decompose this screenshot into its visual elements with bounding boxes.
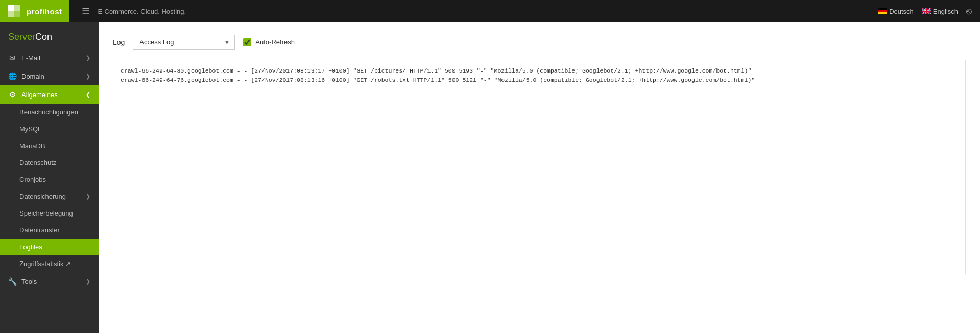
- log-output: crawl-66-249-64-80.googlebot.com - - [27…: [113, 60, 966, 274]
- top-header: profihost ☰ E-Commerce. Cloud. Hosting. …: [0, 0, 980, 22]
- main-layout: ServerCon ✉ E-Mail ❯ 🌐 Domain ❯ ⚙ Allgem…: [0, 22, 980, 333]
- domain-icon: 🌐: [8, 72, 16, 80]
- datensicherung-chevron-icon: ❯: [86, 193, 90, 200]
- sidebar-item-datentransfer[interactable]: Datentransfer: [0, 222, 99, 239]
- sidebar-item-domain[interactable]: 🌐 Domain ❯: [0, 67, 99, 85]
- svg-rect-0: [8, 5, 14, 11]
- allgemeines-chevron-icon: ❮: [86, 91, 90, 98]
- sidebar-item-email[interactable]: ✉ E-Mail ❯: [0, 49, 99, 67]
- german-flag-icon: [878, 8, 887, 14]
- log-select-wrapper: Access Log Error Log PHP Error Log ▼: [133, 35, 235, 50]
- svg-rect-6: [878, 12, 887, 14]
- auto-refresh-label: Auto-Refresh: [255, 38, 295, 46]
- sidebar-item-tools[interactable]: 🔧 Tools ❯: [0, 272, 99, 291]
- logo-text: profihost: [27, 7, 62, 16]
- sidebar-item-cronjobs[interactable]: Cronjobs: [0, 171, 99, 188]
- sidebar-item-logfiles[interactable]: Logfiles: [0, 239, 99, 255]
- svg-rect-5: [878, 10, 887, 12]
- sidebar-brand: ServerCon: [0, 22, 99, 49]
- allgemeines-icon: ⚙: [8, 90, 16, 99]
- header-subtitle: E-Commerce. Cloud. Hosting.: [98, 8, 870, 15]
- hamburger-icon[interactable]: ☰: [82, 6, 90, 17]
- sidebar-item-mysql[interactable]: MySQL: [0, 121, 99, 137]
- uk-flag-icon: [922, 8, 931, 14]
- auto-refresh-checkbox[interactable]: [243, 38, 251, 46]
- lang-deutsch-button[interactable]: Deutsch: [878, 8, 914, 15]
- sidebar-item-allgemeines[interactable]: ⚙ Allgemeines ❮: [0, 85, 99, 104]
- svg-rect-4: [878, 8, 887, 10]
- sidebar-item-benachrichtigungen[interactable]: Benachrichtigungen: [0, 104, 99, 121]
- email-icon: ✉: [8, 54, 16, 62]
- content-area: Log Access Log Error Log PHP Error Log ▼…: [99, 22, 980, 333]
- domain-chevron-icon: ❯: [86, 73, 90, 80]
- svg-rect-3: [14, 11, 20, 17]
- sidebar-item-mariadb[interactable]: MariaDB: [0, 137, 99, 154]
- sidebar: ServerCon ✉ E-Mail ❯ 🌐 Domain ❯ ⚙ Allgem…: [0, 22, 99, 333]
- brand-white: Con: [35, 32, 52, 42]
- log-line: crawl-66-249-64-80.googlebot.com - - [27…: [121, 66, 958, 76]
- email-chevron-icon: ❯: [86, 55, 90, 61]
- svg-rect-2: [8, 11, 14, 17]
- tools-icon: 🔧: [8, 277, 16, 286]
- logo-area: profihost: [0, 0, 69, 22]
- log-controls: Log Access Log Error Log PHP Error Log ▼…: [113, 35, 966, 50]
- brand-green: Server: [8, 32, 35, 42]
- logout-icon[interactable]: ⎋: [966, 6, 972, 17]
- language-area: Deutsch Englisch ⎋: [878, 6, 972, 17]
- auto-refresh-area: Auto-Refresh: [243, 38, 295, 46]
- profihost-logo-icon: [7, 4, 21, 18]
- tools-chevron-icon: ❯: [86, 278, 90, 285]
- svg-rect-15: [922, 11, 931, 12]
- log-type-select[interactable]: Access Log Error Log PHP Error Log: [133, 35, 235, 50]
- sidebar-item-speicherbelegung[interactable]: Speicherbelegung: [0, 205, 99, 222]
- svg-rect-1: [14, 5, 20, 11]
- sidebar-item-datensicherung[interactable]: Datensicherung ❯: [0, 188, 99, 205]
- log-line: crawl-66-249-64-76.googlebot.com - - [27…: [121, 76, 958, 85]
- log-label: Log: [113, 38, 125, 46]
- lang-english-button[interactable]: Englisch: [922, 8, 958, 15]
- sidebar-item-datenschutz[interactable]: Datenschutz: [0, 154, 99, 171]
- sidebar-item-zugriffsstatistik[interactable]: Zugriffsstatistik ↗: [0, 255, 99, 272]
